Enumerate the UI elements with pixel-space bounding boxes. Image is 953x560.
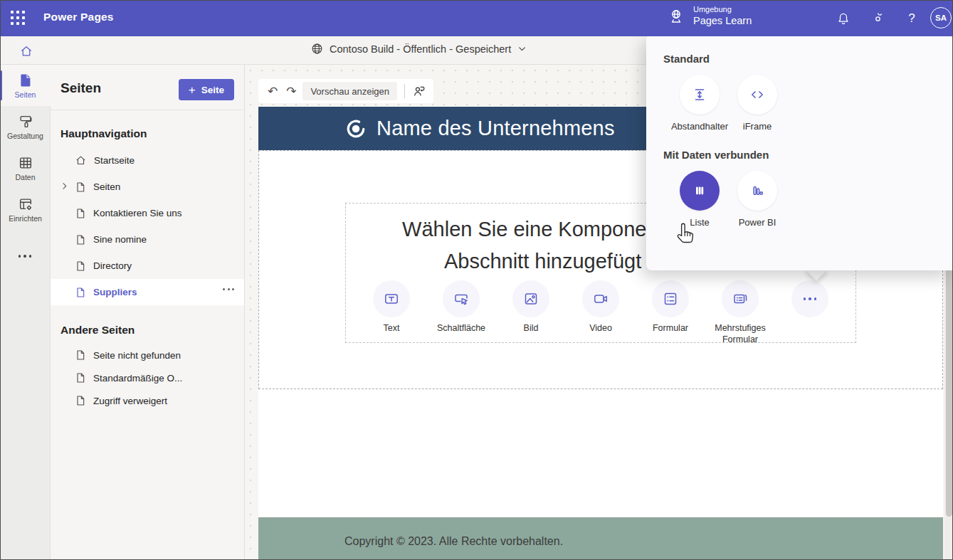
- globe-icon: [311, 43, 323, 55]
- rail-more-button[interactable]: [0, 240, 50, 273]
- site-switcher[interactable]: Contoso Build - Öffentlich - Gespeichert: [311, 43, 527, 55]
- comments-button[interactable]: [412, 82, 426, 100]
- flyout-item-iframe[interactable]: iFrame: [722, 75, 793, 132]
- settings-button[interactable]: [868, 9, 887, 28]
- pages-icon: [18, 73, 33, 88]
- environment-label: Umgebung: [693, 5, 752, 14]
- flyout-item-power-bi[interactable]: Power BI: [722, 171, 793, 228]
- list-icon: [691, 182, 708, 199]
- nav-item-label: Suppliers: [93, 287, 137, 297]
- site-footer[interactable]: Copyright © 2023. Alle Rechte vorbehalte…: [258, 517, 943, 560]
- nav-item-label: Zugriff verweigert: [93, 396, 167, 406]
- component-label: Mehrstufiges Formular: [705, 322, 775, 345]
- avatar-initials: SA: [935, 14, 947, 22]
- nav-item-directory[interactable]: Directory: [51, 253, 244, 279]
- rail-item-gestaltung[interactable]: Gestaltung: [0, 106, 51, 147]
- rail-label: Gestaltung: [7, 132, 43, 140]
- component-more-button[interactable]: [775, 280, 845, 345]
- nav-item-label: Startseite: [94, 155, 135, 166]
- component-label: Schaltfläche: [437, 322, 485, 334]
- component-text[interactable]: Text: [357, 280, 426, 345]
- nav-item-sine-nomine[interactable]: Sine nomine: [51, 226, 244, 253]
- page-icon: [75, 181, 86, 193]
- standard-row: Abstandhalter iFrame: [662, 75, 953, 132]
- powerbi-icon: [749, 182, 766, 199]
- component-label: Bild: [524, 322, 539, 334]
- home-icon: [19, 44, 33, 58]
- redo-icon: ↷: [286, 84, 296, 99]
- pages-panel: Seiten + Seite Hauptnavigation Startseit…: [51, 65, 245, 560]
- environment-picker[interactable]: Umgebung Pages Learn: [668, 5, 752, 27]
- bell-icon: [836, 11, 851, 26]
- video-component-icon: [592, 290, 609, 307]
- nav-item-standardmaessige[interactable]: Standardmäßige O...: [51, 366, 244, 389]
- component-formular[interactable]: Formular: [636, 280, 705, 345]
- copyright-text: Copyright © 2023. Alle Rechte vorbehalte…: [344, 535, 563, 548]
- avatar[interactable]: SA: [930, 7, 952, 28]
- rail-label: Seiten: [15, 90, 36, 99]
- flyout-item-label: Power BI: [739, 217, 776, 228]
- image-component-icon: [522, 290, 539, 307]
- component-bild[interactable]: Bild: [496, 280, 566, 345]
- chevron-right-icon[interactable]: [60, 181, 69, 191]
- component-video[interactable]: Video: [566, 280, 636, 345]
- environment-icon: [668, 8, 685, 25]
- home-icon: [75, 154, 87, 167]
- setup-icon: [18, 196, 33, 212]
- notifications-button[interactable]: [834, 9, 853, 28]
- add-page-button[interactable]: + Seite: [179, 79, 234, 100]
- undo-button[interactable]: ↶: [265, 82, 280, 100]
- rail-label: Einrichten: [9, 214, 42, 223]
- company-name: Name des Unternehmens: [377, 117, 615, 140]
- text-component-icon: [383, 290, 400, 307]
- other-pages-list: Seite nicht gefunden Standardmäßige O...…: [51, 344, 244, 412]
- form-component-icon: [662, 290, 679, 307]
- gear-icon: [870, 11, 885, 26]
- nav-item-label: Seiten: [93, 181, 120, 192]
- plus-icon: +: [189, 84, 196, 96]
- more-actions-icon[interactable]: [223, 288, 234, 290]
- nav-item-zugriff-verweigert[interactable]: Zugriff verweigert: [51, 389, 244, 412]
- rail-item-seiten[interactable]: Seiten: [0, 65, 51, 106]
- page-icon: [75, 395, 86, 406]
- site-name: Contoso Build - Öffentlich - Gespeichert: [330, 43, 511, 55]
- page-icon: [75, 260, 86, 272]
- nav-item-suppliers[interactable]: Suppliers: [51, 279, 244, 305]
- nav-item-label: Sine nomine: [93, 234, 147, 245]
- left-rail: Seiten Gestaltung Daten Einrichten: [0, 65, 51, 560]
- nav-item-label: Seite nicht gefunden: [93, 350, 181, 361]
- add-page-label: Seite: [201, 85, 224, 95]
- page-icon: [75, 349, 86, 361]
- chevron-down-icon: [517, 44, 527, 53]
- flyout-item-label: Liste: [690, 217, 709, 228]
- product-title: Power Pages: [43, 11, 114, 23]
- data-connected-heading: Mit Daten verbunden: [663, 149, 953, 161]
- nav-item-kontaktieren[interactable]: Kontaktieren Sie uns: [51, 200, 244, 226]
- nav-item-startseite[interactable]: Startseite: [51, 147, 244, 174]
- person-chat-icon: [412, 84, 426, 98]
- rail-item-daten[interactable]: Daten: [0, 147, 51, 189]
- nav-item-seite-nicht-gefunden[interactable]: Seite nicht gefunden: [51, 344, 244, 366]
- editor-toolbar: ↶ ↷ Vorschau anzeigen: [258, 79, 433, 103]
- component-mehrstufiges-formular[interactable]: Mehrstufiges Formular: [705, 280, 775, 345]
- preview-button[interactable]: Vorschau anzeigen: [302, 82, 397, 100]
- help-button[interactable]: ?: [902, 9, 921, 28]
- page-icon: [75, 234, 86, 245]
- app-launcher-icon[interactable]: [11, 11, 26, 26]
- component-row: Text Schaltfläche Bild: [346, 280, 855, 345]
- rail-label: Daten: [15, 173, 35, 181]
- nav-item-seiten[interactable]: Seiten: [51, 174, 244, 200]
- other-pages-heading: Andere Seiten: [60, 324, 244, 337]
- nav-item-label: Directory: [93, 260, 132, 271]
- data-connected-row: Liste Power BI: [662, 171, 953, 228]
- page-icon: [75, 287, 86, 298]
- multistep-form-component-icon: [732, 290, 749, 307]
- redo-button[interactable]: ↷: [284, 82, 298, 100]
- toolbar-divider: [404, 84, 405, 98]
- component-schaltflaeche[interactable]: Schaltfläche: [426, 280, 496, 345]
- button-component-icon: [453, 290, 470, 307]
- panel-header: Seiten + Seite: [51, 65, 244, 110]
- home-button[interactable]: [17, 42, 36, 60]
- rail-item-einrichten[interactable]: Einrichten: [0, 189, 51, 230]
- undo-icon: ↶: [268, 84, 278, 99]
